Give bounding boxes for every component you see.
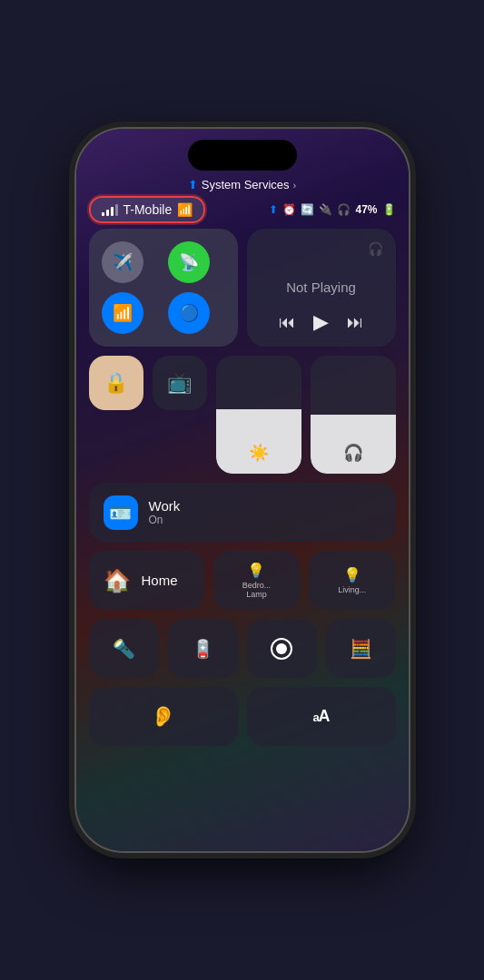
alarm-icon: ⏰: [282, 203, 296, 216]
living-lamp-tile[interactable]: 💡 Living...: [309, 551, 395, 610]
location-status-icon: ⬆: [269, 203, 278, 216]
bedroom-lamp-tile[interactable]: 💡 Bedro...Lamp: [213, 551, 300, 610]
headphones-icon: 🎧: [337, 203, 351, 216]
row-4: 🏠 Home 💡 Bedro...Lamp 💡 Living...: [89, 551, 396, 610]
living-lamp-label: Living...: [338, 585, 366, 594]
bluetooth-button[interactable]: 🔵: [168, 292, 210, 334]
home-label: Home: [142, 573, 178, 588]
battery-icon: 🔋: [382, 203, 396, 216]
airpods-volume-icon: 🎧: [343, 443, 363, 463]
icon-row: 🔒 📺: [89, 356, 207, 410]
work-on-text: Work On: [149, 498, 181, 526]
record-icon: [271, 638, 292, 660]
phone-frame: ⬆ System Services › T-Mobile 📶 ⬆ ⏰ 🔄 🔌 🎧…: [74, 127, 410, 853]
sliders: ☀️ 🎧: [216, 356, 396, 474]
work-on-icon: 🪪: [104, 495, 138, 530]
system-services-label: System Services: [202, 178, 290, 191]
work-on-subtitle: On: [149, 514, 181, 526]
calculator-icon: 🧮: [350, 638, 372, 660]
screen-lock-button[interactable]: 🔒: [89, 356, 143, 410]
battery-status-icon: 🪫: [192, 638, 214, 660]
carrier-bar: T-Mobile 📶 ⬆ ⏰ 🔄 🔌 🎧 47% 🔋: [89, 196, 396, 223]
bedroom-lamp-label: Bedro...Lamp: [242, 581, 272, 599]
play-button[interactable]: ▶: [313, 310, 329, 334]
text-size-label: aA: [312, 707, 329, 726]
flashlight-button[interactable]: 🔦: [89, 619, 159, 678]
hearing-icon: 👂: [151, 705, 175, 729]
chevron-right-icon: ›: [293, 180, 297, 191]
forward-button[interactable]: ⏭: [347, 313, 363, 332]
screen-mirror-button[interactable]: 📺: [153, 356, 207, 410]
dynamic-island: [188, 140, 297, 171]
row-5: 🔦 🪫 🧮: [89, 619, 396, 678]
airplane-mode-button[interactable]: ✈️: [102, 241, 143, 283]
media-tile[interactable]: 🎧 Not Playing ⏮ ▶ ⏭: [247, 229, 396, 347]
row-1: ✈️ 📡 📶 🔵 🎧 Not Playing ⏮ ▶ ⏭: [89, 229, 396, 347]
wifi-button[interactable]: 📶: [102, 292, 143, 334]
calculator-button[interactable]: 🧮: [326, 619, 396, 678]
connectivity-tile[interactable]: ✈️ 📡 📶 🔵: [89, 229, 238, 347]
home-tile[interactable]: 🏠 Home: [89, 551, 204, 610]
sync-icon: 🔄: [301, 203, 314, 216]
volume-slider[interactable]: 🎧: [311, 356, 396, 474]
hearing-button[interactable]: 👂: [89, 687, 238, 746]
brightness-slider[interactable]: ☀️: [216, 356, 301, 474]
row-3: 🪪 Work On: [89, 483, 396, 542]
work-on-title: Work: [149, 498, 181, 514]
status-icons: ⬆ ⏰ 🔄 🔌 🎧 47% 🔋: [269, 203, 395, 216]
left-controls: 🔒 📺: [89, 356, 207, 474]
system-services-bar[interactable]: ⬆ System Services ›: [76, 178, 409, 191]
home-icon: 🏠: [104, 568, 131, 593]
wifi-icon: 📶: [177, 202, 193, 217]
phone-screen: ⬆ System Services › T-Mobile 📶 ⬆ ⏰ 🔄 🔌 🎧…: [76, 129, 409, 851]
carrier-info: T-Mobile 📶: [89, 196, 206, 223]
living-lamp-icon: 💡: [343, 566, 361, 583]
bedroom-lamp-icon: 💡: [247, 562, 265, 579]
charge-icon: 🔌: [319, 203, 332, 216]
rewind-button[interactable]: ⏮: [279, 313, 295, 332]
media-status: Not Playing: [260, 279, 383, 295]
brightness-icon: ☀️: [249, 443, 269, 463]
cellular-button[interactable]: 📡: [168, 241, 210, 283]
carrier-name: T-Mobile: [123, 202, 173, 217]
control-center: ✈️ 📡 📶 🔵 🎧 Not Playing ⏮ ▶ ⏭: [89, 229, 396, 833]
screen-record-button[interactable]: [247, 619, 317, 678]
airpods-icon: 🎧: [260, 241, 383, 256]
battery-status-button[interactable]: 🪫: [168, 619, 238, 678]
text-size-button[interactable]: aA: [247, 687, 396, 746]
media-controls: ⏮ ▶ ⏭: [260, 310, 383, 334]
flashlight-icon: 🔦: [113, 638, 135, 660]
row-6: 👂 aA: [89, 687, 396, 746]
location-icon: ⬆: [188, 178, 198, 191]
signal-bars: [102, 203, 118, 216]
battery-percent: 47%: [355, 203, 377, 216]
row-2: 🔒 📺 ☀️ 🎧: [89, 356, 396, 474]
focus-work-tile[interactable]: 🪪 Work On: [89, 483, 396, 542]
